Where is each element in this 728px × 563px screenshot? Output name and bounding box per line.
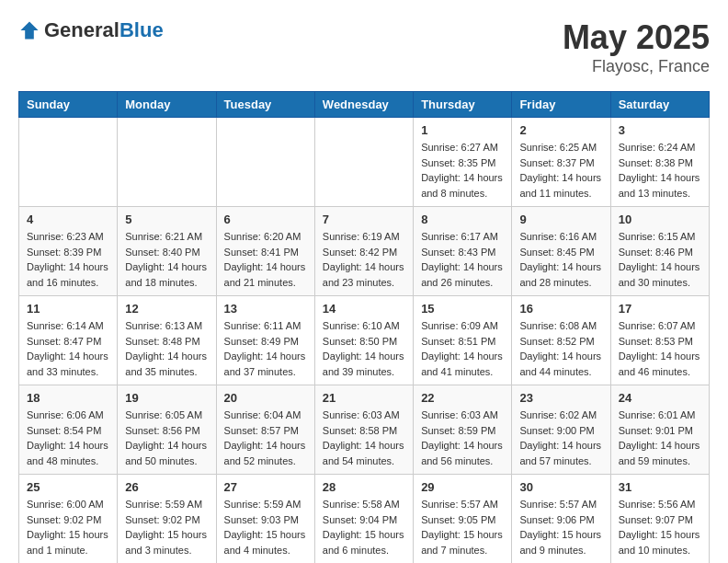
day-number: 15 [421, 302, 504, 316]
day-info: Sunrise: 5:56 AM Sunset: 9:07 PM Dayligh… [619, 497, 701, 557]
calendar-cell: 25Sunrise: 6:00 AM Sunset: 9:02 PM Dayli… [19, 475, 118, 564]
day-info: Sunrise: 6:14 AM Sunset: 8:47 PM Dayligh… [27, 318, 109, 379]
day-info: Sunrise: 6:05 AM Sunset: 8:56 PM Dayligh… [125, 408, 208, 468]
calendar-table: SundayMondayTuesdayWednesdayThursdayFrid… [18, 91, 710, 563]
calendar-cell: 28Sunrise: 5:58 AM Sunset: 9:04 PM Dayli… [314, 475, 413, 564]
day-info: Sunrise: 6:23 AM Sunset: 8:39 PM Dayligh… [27, 229, 109, 290]
logo-icon [18, 19, 40, 41]
day-info: Sunrise: 6:08 AM Sunset: 8:52 PM Dayligh… [519, 318, 602, 379]
weekday-header: Saturday [610, 92, 709, 118]
day-info: Sunrise: 5:58 AM Sunset: 9:04 PM Dayligh… [323, 497, 405, 557]
calendar-cell: 16Sunrise: 6:08 AM Sunset: 8:52 PM Dayli… [512, 296, 610, 385]
calendar-header-row: SundayMondayTuesdayWednesdayThursdayFrid… [19, 92, 710, 118]
day-number: 24 [619, 391, 701, 405]
calendar-cell: 30Sunrise: 5:57 AM Sunset: 9:06 PM Dayli… [512, 475, 610, 564]
day-number: 22 [421, 391, 504, 405]
day-number: 20 [224, 391, 307, 405]
calendar-cell: 6Sunrise: 6:20 AM Sunset: 8:41 PM Daylig… [216, 207, 314, 296]
day-number: 23 [519, 391, 602, 405]
calendar-cell [216, 118, 314, 207]
day-number: 18 [27, 391, 109, 405]
calendar-cell [314, 118, 413, 207]
calendar-cell: 27Sunrise: 5:59 AM Sunset: 9:03 PM Dayli… [216, 475, 314, 564]
weekday-header: Friday [512, 92, 610, 118]
day-info: Sunrise: 6:10 AM Sunset: 8:50 PM Dayligh… [323, 318, 405, 379]
day-info: Sunrise: 6:00 AM Sunset: 9:02 PM Dayligh… [27, 497, 109, 557]
day-number: 1 [421, 123, 504, 137]
day-info: Sunrise: 6:03 AM Sunset: 8:58 PM Dayligh… [323, 408, 405, 468]
day-number: 28 [323, 480, 405, 494]
calendar-week-row: 11Sunrise: 6:14 AM Sunset: 8:47 PM Dayli… [19, 296, 710, 385]
day-number: 29 [421, 480, 504, 494]
calendar-week-row: 4Sunrise: 6:23 AM Sunset: 8:39 PM Daylig… [19, 207, 710, 296]
day-info: Sunrise: 6:09 AM Sunset: 8:51 PM Dayligh… [421, 318, 504, 379]
day-number: 2 [519, 123, 602, 137]
calendar-cell: 24Sunrise: 6:01 AM Sunset: 9:01 PM Dayli… [610, 385, 709, 475]
logo-blue-text: Blue [119, 18, 164, 41]
calendar-cell: 12Sunrise: 6:13 AM Sunset: 8:48 PM Dayli… [118, 296, 216, 385]
day-number: 5 [125, 213, 208, 226]
calendar-cell: 23Sunrise: 6:02 AM Sunset: 9:00 PM Dayli… [512, 385, 610, 475]
calendar-cell: 29Sunrise: 5:57 AM Sunset: 9:05 PM Dayli… [414, 475, 512, 564]
day-number: 4 [27, 213, 109, 226]
weekday-header: Monday [118, 92, 216, 118]
day-number: 25 [27, 480, 109, 494]
day-info: Sunrise: 6:06 AM Sunset: 8:54 PM Dayligh… [27, 408, 109, 468]
day-info: Sunrise: 6:02 AM Sunset: 9:00 PM Dayligh… [519, 408, 602, 468]
day-info: Sunrise: 5:57 AM Sunset: 9:05 PM Dayligh… [421, 497, 504, 557]
day-info: Sunrise: 6:13 AM Sunset: 8:48 PM Dayligh… [125, 318, 208, 379]
day-number: 11 [27, 302, 109, 316]
day-number: 17 [619, 302, 701, 316]
calendar-cell: 3Sunrise: 6:24 AM Sunset: 8:38 PM Daylig… [610, 118, 709, 207]
title-block: May 2025 Flayosc, France [563, 18, 710, 76]
day-info: Sunrise: 5:57 AM Sunset: 9:06 PM Dayligh… [519, 497, 602, 557]
calendar-cell: 13Sunrise: 6:11 AM Sunset: 8:49 PM Dayli… [216, 296, 314, 385]
location-title: Flayosc, France [563, 57, 710, 76]
day-info: Sunrise: 6:11 AM Sunset: 8:49 PM Dayligh… [224, 318, 307, 379]
day-number: 8 [421, 213, 504, 226]
logo-general-text: General [44, 18, 119, 41]
calendar-cell [118, 118, 216, 207]
day-number: 3 [619, 123, 701, 137]
calendar-cell: 5Sunrise: 6:21 AM Sunset: 8:40 PM Daylig… [118, 207, 216, 296]
logo: GeneralBlue [18, 18, 164, 42]
day-info: Sunrise: 6:25 AM Sunset: 8:37 PM Dayligh… [519, 140, 602, 201]
day-info: Sunrise: 6:19 AM Sunset: 8:42 PM Dayligh… [323, 229, 405, 290]
calendar-cell: 20Sunrise: 6:04 AM Sunset: 8:57 PM Dayli… [216, 385, 314, 475]
day-info: Sunrise: 6:20 AM Sunset: 8:41 PM Dayligh… [224, 229, 307, 290]
calendar-cell: 18Sunrise: 6:06 AM Sunset: 8:54 PM Dayli… [19, 385, 118, 475]
calendar-cell: 15Sunrise: 6:09 AM Sunset: 8:51 PM Dayli… [414, 296, 512, 385]
calendar-cell: 31Sunrise: 5:56 AM Sunset: 9:07 PM Dayli… [610, 475, 709, 564]
day-number: 9 [519, 213, 602, 226]
day-number: 27 [224, 480, 307, 494]
month-title: May 2025 [563, 18, 710, 57]
calendar-cell: 17Sunrise: 6:07 AM Sunset: 8:53 PM Dayli… [610, 296, 709, 385]
day-info: Sunrise: 6:24 AM Sunset: 8:38 PM Dayligh… [619, 140, 701, 201]
day-number: 14 [323, 302, 405, 316]
day-number: 19 [125, 391, 208, 405]
day-info: Sunrise: 6:21 AM Sunset: 8:40 PM Dayligh… [125, 229, 208, 290]
day-number: 16 [519, 302, 602, 316]
weekday-header: Wednesday [314, 92, 413, 118]
day-info: Sunrise: 6:17 AM Sunset: 8:43 PM Dayligh… [421, 229, 504, 290]
calendar-cell: 14Sunrise: 6:10 AM Sunset: 8:50 PM Dayli… [314, 296, 413, 385]
calendar-week-row: 1Sunrise: 6:27 AM Sunset: 8:35 PM Daylig… [19, 118, 710, 207]
day-number: 10 [619, 213, 701, 226]
calendar-cell: 22Sunrise: 6:03 AM Sunset: 8:59 PM Dayli… [414, 385, 512, 475]
weekday-header: Tuesday [216, 92, 314, 118]
day-info: Sunrise: 5:59 AM Sunset: 9:03 PM Dayligh… [224, 497, 307, 557]
calendar-cell: 26Sunrise: 5:59 AM Sunset: 9:02 PM Dayli… [118, 475, 216, 564]
day-number: 6 [224, 213, 307, 226]
weekday-header: Thursday [414, 92, 512, 118]
calendar-cell: 10Sunrise: 6:15 AM Sunset: 8:46 PM Dayli… [610, 207, 709, 296]
calendar-week-row: 25Sunrise: 6:00 AM Sunset: 9:02 PM Dayli… [19, 475, 710, 564]
calendar-cell: 8Sunrise: 6:17 AM Sunset: 8:43 PM Daylig… [414, 207, 512, 296]
day-number: 7 [323, 213, 405, 226]
day-number: 12 [125, 302, 208, 316]
day-info: Sunrise: 6:01 AM Sunset: 9:01 PM Dayligh… [619, 408, 701, 468]
calendar-cell: 4Sunrise: 6:23 AM Sunset: 8:39 PM Daylig… [19, 207, 118, 296]
day-info: Sunrise: 5:59 AM Sunset: 9:02 PM Dayligh… [125, 497, 208, 557]
day-number: 13 [224, 302, 307, 316]
day-info: Sunrise: 6:07 AM Sunset: 8:53 PM Dayligh… [619, 318, 701, 379]
day-info: Sunrise: 6:16 AM Sunset: 8:45 PM Dayligh… [519, 229, 602, 290]
